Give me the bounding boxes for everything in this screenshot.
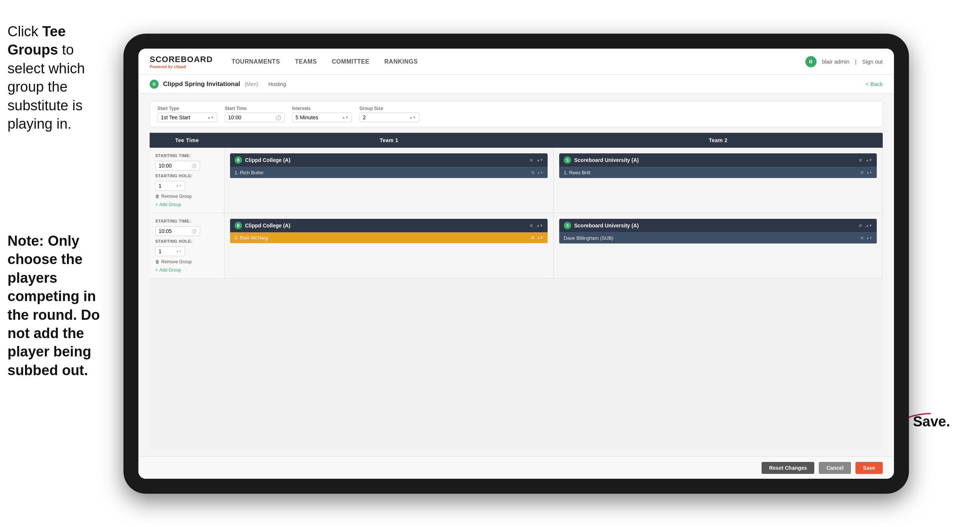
player-name-1-1: 1. Rich Butler xyxy=(234,170,528,175)
player-remove-1-1[interactable]: ✕ xyxy=(531,170,535,175)
remove-group-button-2[interactable]: 🗑 Remove Group xyxy=(155,259,218,264)
starting-time-input-1[interactable]: 10:00 🕐 xyxy=(155,161,200,170)
start-time-input[interactable]: 10:00 🕐 xyxy=(225,113,285,122)
hole-arrows-1: ▲▼ xyxy=(176,185,182,187)
team2-name-2: Scoreboard University (A) xyxy=(574,223,856,229)
player-arrows-2-1[interactable]: ▲▼ xyxy=(866,171,872,174)
event-icon: B xyxy=(150,80,159,89)
team2-remove-2[interactable]: ✕ xyxy=(858,223,862,229)
team2-controls-2: ✕ ▲▼ xyxy=(858,223,872,229)
player-remove-2-1[interactable]: ✕ xyxy=(860,170,864,175)
list-item[interactable]: 1. Rees Britt ✕ ▲▼ xyxy=(559,167,877,178)
col-tee-time: Tee Time xyxy=(150,133,224,148)
starting-time-input-2[interactable]: 10:05 🕐 xyxy=(155,226,200,236)
save-button[interactable]: Save xyxy=(856,462,883,474)
user-name: blair admin xyxy=(822,58,850,65)
starting-time-label-2: STARTING TIME: xyxy=(155,219,218,223)
team2-arrows-2[interactable]: ▲▼ xyxy=(865,224,872,228)
trash-icon-1: 🗑 xyxy=(155,194,160,199)
settings-row: Start Type 1st Tee Start ▲▼ Start Time 1… xyxy=(150,101,883,127)
col-team1: Team 1 xyxy=(224,133,554,148)
logo-scoreboard: SCOREBOARD xyxy=(150,55,213,64)
clock-icon: 🕐 xyxy=(275,115,281,121)
trash-icon-2: 🗑 xyxy=(155,259,160,264)
main-content: Start Type 1st Tee Start ▲▼ Start Time 1… xyxy=(138,94,894,456)
nav-tournaments[interactable]: TOURNAMENTS xyxy=(232,58,280,65)
nav-rankings[interactable]: RANKINGS xyxy=(385,58,418,65)
player-remove-2-2[interactable]: ✕ xyxy=(860,235,864,241)
grid-header: Tee Time Team 1 Team 2 xyxy=(150,133,883,148)
team1-arrows-1[interactable]: ▲▼ xyxy=(536,159,543,162)
hole-arrows-2: ▲▼ xyxy=(176,250,182,253)
nav-separator: | xyxy=(855,58,857,65)
add-group-button-2[interactable]: + Add Group xyxy=(155,267,218,273)
start-type-label: Start Type xyxy=(158,106,217,111)
player-controls-2-1: ✕ ▲▼ xyxy=(860,170,872,175)
team1-remove-1[interactable]: ✕ xyxy=(529,158,533,163)
instruction-text-top: Click Tee Groups to select which group t… xyxy=(0,22,120,133)
team2-icon-2: S xyxy=(564,222,571,229)
team1-arrows-2[interactable]: ▲▼ xyxy=(536,224,543,228)
tee-grid: Tee Time Team 1 Team 2 STARTING TIME: 10… xyxy=(150,133,883,449)
starting-hole-label-2: STARTING HOLE: xyxy=(155,239,218,244)
bottom-bar: Reset Changes Cancel Save xyxy=(138,456,894,479)
team2-card-2[interactable]: S Scoreboard University (A) ✕ ▲▼ xyxy=(559,219,877,244)
back-button[interactable]: < Back xyxy=(865,81,883,87)
starting-hole-input-2[interactable]: 1 ▲▼ xyxy=(155,247,185,256)
subheader: B Clippd Spring Invitational (Men) Hosti… xyxy=(138,75,894,94)
list-item[interactable]: Dave Billingham (SUB) ✕ ▲▼ xyxy=(559,232,877,244)
add-group-button-1[interactable]: + Add Group xyxy=(155,202,218,207)
clock-icon-2: 🕐 xyxy=(191,229,197,234)
group-size-input[interactable]: 2 ▲▼ xyxy=(360,113,419,122)
team1-icon-2: B xyxy=(234,222,242,229)
grid-body: STARTING TIME: 10:00 🕐 STARTING HOLE: 1 … xyxy=(150,148,883,449)
team1-controls-1: ✕ ▲▼ xyxy=(529,158,543,163)
logo-area: SCOREBOARD Powered by clippd xyxy=(150,55,213,69)
tee-time-col-1: STARTING TIME: 10:00 🕐 STARTING HOLE: 1 … xyxy=(150,148,224,213)
table-row: STARTING TIME: 10:00 🕐 STARTING HOLE: 1 … xyxy=(150,148,883,213)
intervals-arrows: ▲▼ xyxy=(342,116,348,119)
event-gender: (Men) xyxy=(245,81,258,87)
player-name-2-1: 1. Rees Britt xyxy=(564,170,857,175)
logo-powered: Powered by clippd xyxy=(150,64,213,69)
start-type-input[interactable]: 1st Tee Start ▲▼ xyxy=(158,113,217,122)
team2-icon-1: S xyxy=(564,156,571,164)
navbar: SCOREBOARD Powered by clippd TOURNAMENTS… xyxy=(138,49,894,75)
player-arrows-2-2[interactable]: ▲▼ xyxy=(866,237,872,240)
player-name-2-2: Dave Billingham (SUB) xyxy=(564,235,857,241)
start-type-arrows: ▲▼ xyxy=(207,116,214,119)
player-arrows-1-2[interactable]: ▲▼ xyxy=(537,236,543,239)
player-controls-1-2: ✕ ▲▼ xyxy=(531,235,543,240)
starting-hole-input-1[interactable]: 1 ▲▼ xyxy=(155,181,185,191)
player-controls-1-1: ✕ ▲▼ xyxy=(531,170,543,175)
team2-header-1: S Scoreboard University (A) ✕ ▲▼ xyxy=(559,153,877,167)
nav-committee[interactable]: COMMITTEE xyxy=(332,58,369,65)
sign-out-link[interactable]: Sign out xyxy=(862,58,883,65)
nav-teams[interactable]: TEAMS xyxy=(295,58,317,65)
team1-header-2: B Clippd College (A) ✕ ▲▼ xyxy=(230,219,547,232)
team2-controls-1: ✕ ▲▼ xyxy=(858,158,872,163)
team2-card-1[interactable]: S Scoreboard University (A) ✕ ▲▼ xyxy=(559,153,877,178)
team1-name-1: Clippd College (A) xyxy=(245,157,526,163)
team1-remove-2[interactable]: ✕ xyxy=(529,223,533,229)
player-remove-1-2[interactable]: ✕ xyxy=(531,235,535,240)
tablet-screen: SCOREBOARD Powered by clippd TOURNAMENTS… xyxy=(138,49,894,479)
player-name-1-2: 2. Blair McHarg xyxy=(234,235,528,240)
cancel-button[interactable]: Cancel xyxy=(819,462,851,474)
team1-name-2: Clippd College (A) xyxy=(245,223,526,229)
team2-remove-1[interactable]: ✕ xyxy=(858,158,862,163)
start-time-group: Start Time 10:00 🕐 xyxy=(225,106,285,122)
remove-group-button-1[interactable]: 🗑 Remove Group xyxy=(155,194,218,199)
team1-card-2[interactable]: B Clippd College (A) ✕ ▲▼ 2. xyxy=(230,219,547,243)
team2-arrows-1[interactable]: ▲▼ xyxy=(865,159,872,162)
intervals-input[interactable]: 5 Minutes ▲▼ xyxy=(292,113,352,122)
list-item[interactable]: 1. Rich Butler ✕ ▲▼ xyxy=(230,167,547,178)
team1-card-1[interactable]: B Clippd College (A) ✕ ▲▼ 1. xyxy=(230,153,547,178)
team1-col-1: B Clippd College (A) ✕ ▲▼ 1. xyxy=(224,148,554,213)
team2-col-1: S Scoreboard University (A) ✕ ▲▼ xyxy=(554,148,883,213)
player-arrows-1-1[interactable]: ▲▼ xyxy=(537,171,543,174)
event-name: Clippd Spring Invitational xyxy=(163,80,240,88)
list-item[interactable]: 2. Blair McHarg ✕ ▲▼ xyxy=(230,232,547,243)
group-size-arrows: ▲▼ xyxy=(409,116,416,119)
reset-changes-button[interactable]: Reset Changes xyxy=(762,462,814,474)
